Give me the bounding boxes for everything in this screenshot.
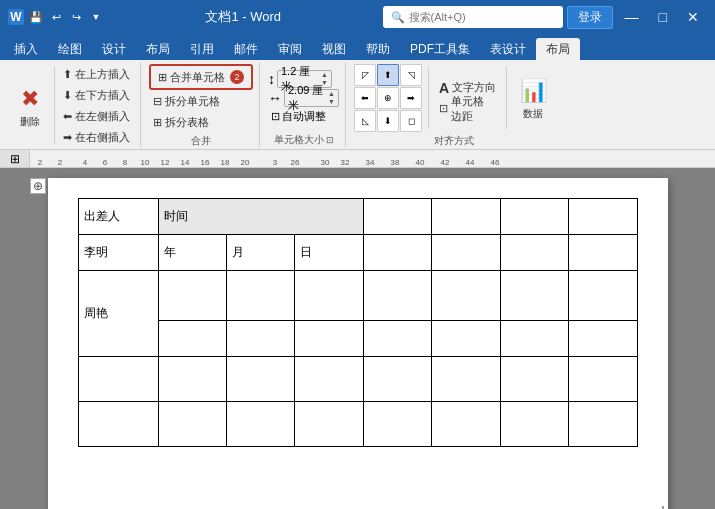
table-cell[interactable] (569, 271, 637, 321)
table-cell[interactable] (226, 271, 294, 321)
col-width-input[interactable]: 2.09 厘米 ▲ ▼ (284, 89, 339, 107)
tab-design[interactable]: 设计 (92, 38, 136, 60)
table-cell[interactable] (432, 357, 500, 402)
align-mid-right[interactable]: ➡ (400, 87, 422, 109)
table-cell[interactable] (226, 402, 294, 447)
table-cell[interactable] (158, 271, 226, 321)
tab-pdf[interactable]: PDF工具集 (400, 38, 480, 60)
table-cell[interactable] (363, 199, 431, 235)
search-box[interactable]: 🔍 (383, 6, 563, 28)
table-cell[interactable] (500, 402, 568, 447)
table-cell[interactable] (363, 235, 431, 271)
ruler-mark: 10 (141, 158, 150, 167)
tab-draw[interactable]: 绘图 (48, 38, 92, 60)
tab-review[interactable]: 审阅 (268, 38, 312, 60)
redo-icon[interactable]: ↪ (68, 9, 84, 25)
table-cell[interactable] (363, 402, 431, 447)
table-cell[interactable] (363, 271, 431, 321)
table-cell[interactable] (500, 271, 568, 321)
table-cell-merged-rows[interactable]: 周艳 (78, 271, 158, 357)
align-top-left[interactable]: ◸ (354, 64, 376, 86)
table-cell[interactable] (432, 235, 500, 271)
table-cell[interactable] (432, 321, 500, 357)
merge-cells-button[interactable]: ⊞ 合并单元格 2 (154, 67, 248, 87)
table-cell[interactable] (295, 357, 363, 402)
table-cell[interactable] (432, 271, 500, 321)
table-cell[interactable] (363, 321, 431, 357)
width-spinners[interactable]: ▲ ▼ (328, 90, 335, 105)
tab-ref[interactable]: 引用 (180, 38, 224, 60)
table-cell[interactable]: 年 (158, 235, 226, 271)
width-down[interactable]: ▼ (328, 98, 335, 106)
save-icon[interactable]: 💾 (28, 9, 44, 25)
table-cell[interactable] (500, 235, 568, 271)
table-cell[interactable] (295, 321, 363, 357)
insert-right-button[interactable]: ➡ 在右侧插入 (59, 127, 134, 147)
ruler-mark: 2 (38, 158, 42, 167)
align-bot-right[interactable]: ◻ (400, 110, 422, 132)
insert-below-button[interactable]: ⬇ 在下方插入 (59, 85, 134, 105)
table-cell[interactable] (569, 402, 637, 447)
table-cell[interactable]: 出差人 (78, 199, 158, 235)
align-bot-center[interactable]: ⬇ (377, 110, 399, 132)
align-mid-center[interactable]: ⊕ (377, 87, 399, 109)
customize-icon[interactable]: ▼ (88, 9, 104, 25)
table-cell[interactable]: 日 (295, 235, 363, 271)
table-cell[interactable] (432, 402, 500, 447)
split-table-button[interactable]: ⊞ 拆分表格 (149, 112, 253, 132)
tab-insert[interactable]: 插入 (4, 38, 48, 60)
insert-above-button[interactable]: ⬆ 在上方插入 (59, 64, 134, 84)
table-cell[interactable]: 李明 (78, 235, 158, 271)
insert-left-button[interactable]: ⬅ 在左侧插入 (59, 106, 134, 126)
close-button[interactable]: ✕ (679, 9, 707, 25)
data-button[interactable]: 📊 数据 (513, 73, 553, 123)
title-bar-center: 文档1 - Word (205, 8, 281, 26)
table-cell[interactable] (295, 402, 363, 447)
align-grid: ◸ ⬆ ◹ ⬅ ⊕ ➡ ◺ ⬇ ◻ (354, 64, 422, 132)
tab-layout[interactable]: 布局 (136, 38, 180, 60)
cell-size-expand[interactable]: ⊡ (326, 135, 334, 145)
search-input[interactable] (409, 11, 549, 23)
align-bot-left[interactable]: ◺ (354, 110, 376, 132)
table-cell[interactable] (158, 357, 226, 402)
table-cell[interactable] (158, 321, 226, 357)
minimize-button[interactable]: — (617, 9, 647, 25)
align-top-right[interactable]: ◹ (400, 64, 422, 86)
table-cell[interactable] (569, 321, 637, 357)
title-bar-right: 🔍 登录 — □ ✕ (383, 6, 707, 29)
table-cell[interactable] (226, 321, 294, 357)
table-cell[interactable] (500, 357, 568, 402)
tab-help[interactable]: 帮助 (356, 38, 400, 60)
tab-table-layout[interactable]: 布局 (536, 38, 580, 60)
split-cells-button[interactable]: ⊟ 拆分单元格 (149, 91, 253, 111)
login-button[interactable]: 登录 (567, 6, 613, 29)
width-up[interactable]: ▲ (328, 90, 335, 98)
table-cell[interactable] (500, 321, 568, 357)
align-mid-left[interactable]: ⬅ (354, 87, 376, 109)
maximize-button[interactable]: □ (651, 9, 675, 25)
table-cell[interactable] (295, 271, 363, 321)
align-top-center[interactable]: ⬆ (377, 64, 399, 86)
height-up[interactable]: ▲ (321, 71, 328, 79)
table-cell[interactable] (363, 357, 431, 402)
tab-view[interactable]: 视图 (312, 38, 356, 60)
auto-adjust-button[interactable]: ⊡ 自动调整 (268, 108, 339, 125)
table-cell[interactable] (78, 402, 158, 447)
table-cell[interactable] (226, 357, 294, 402)
tab-table-design[interactable]: 表设计 (480, 38, 536, 60)
cell-margin-button[interactable]: ⊡ 单元格边距 (435, 99, 500, 119)
table-cell-merged[interactable]: 时间 (158, 199, 363, 235)
tab-mail[interactable]: 邮件 (224, 38, 268, 60)
table-cell[interactable] (432, 199, 500, 235)
table-cell[interactable] (78, 357, 158, 402)
table-cell[interactable] (158, 402, 226, 447)
delete-button[interactable]: ✖ 删除 (10, 81, 50, 131)
table-cell[interactable] (500, 199, 568, 235)
table-cell[interactable] (569, 357, 637, 402)
table-move-handle[interactable]: ⊕ (30, 178, 46, 194)
undo-icon[interactable]: ↩ (48, 9, 64, 25)
table-cell[interactable] (569, 235, 637, 271)
table-cell[interactable]: 月 (226, 235, 294, 271)
ruler-corner[interactable]: ⊞ (0, 150, 30, 168)
table-cell[interactable] (569, 199, 637, 235)
